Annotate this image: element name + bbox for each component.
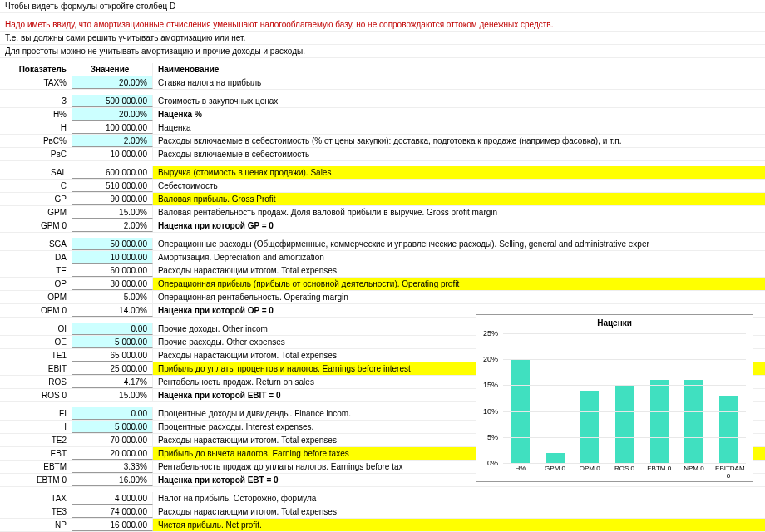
table-row: РвС10 000.00Расходы включаемые в себесто… (0, 148, 765, 161)
y-tick: 25% (483, 329, 498, 337)
row-value[interactable]: 4 000.00 (72, 492, 153, 505)
row-value[interactable]: 510 000.00 (72, 180, 153, 192)
row-label: Расходы включаемые в себестоимость (153, 148, 765, 160)
row-value[interactable]: 100 000.00 (72, 121, 153, 134)
table-row: OP30 000.00Операционная прибыль (прибыль… (0, 278, 765, 291)
row-label: Стоимость в закупочных ценах (153, 95, 765, 107)
row-indicator: ROS 0 (0, 389, 72, 401)
row-value[interactable]: 5 000.00 (72, 336, 153, 348)
row-value[interactable]: 15.00% (72, 206, 153, 219)
row-value[interactable]: 3.33% (72, 461, 153, 473)
row-label: Операционная рентабельность. Operating m… (153, 291, 765, 303)
row-indicator: EBIT (0, 362, 72, 375)
row-label: Расходы нарастающим итогом. Total expens… (153, 264, 765, 277)
row-indicator: РвС (0, 148, 72, 160)
row-value[interactable]: 0.00 (72, 323, 153, 335)
row-indicator: Н (0, 121, 72, 134)
table-row: TE374 000.00Расходы нарастающим итогом. … (0, 505, 765, 519)
row-label: Выручка (стоимость в ценах продажи). Sal… (153, 166, 765, 179)
x-tick: ROS 0 (611, 465, 638, 481)
x-tick: GPM 0 (542, 465, 569, 481)
row-indicator: EBTM (0, 461, 72, 473)
intro-line: Надо иметь ввиду, что амортизационные от… (0, 18, 765, 32)
table-row: NP16 000.00Чистая прибыль. Net profit. (0, 519, 765, 532)
markup-chart: Наценки 0%5%10%15%20%25% Н%GPM 0OPM 0ROS… (476, 314, 753, 482)
row-value[interactable]: 20.00% (72, 76, 153, 89)
table-row: Н%20.00%Наценка % (0, 108, 765, 121)
row-indicator: TE3 (0, 505, 72, 518)
row-value[interactable]: 74 000.00 (72, 505, 153, 518)
row-value[interactable]: 20 000.00 (72, 447, 153, 460)
row-value[interactable]: 70 000.00 (72, 434, 153, 446)
row-value[interactable]: 0.00 (72, 407, 153, 420)
y-tick: 0% (487, 459, 498, 467)
row-indicator: З (0, 95, 72, 107)
row-value[interactable]: 5 000.00 (72, 421, 153, 433)
x-tick: NPM 0 (680, 465, 707, 481)
row-indicator: DA (0, 251, 72, 264)
y-tick: 15% (483, 381, 498, 389)
row-indicator: OI (0, 323, 72, 335)
row-value[interactable]: 500 000.00 (72, 95, 153, 107)
row-value[interactable]: 10 000.00 (72, 251, 153, 264)
chart-bar (650, 380, 669, 463)
row-label: Чистая прибыль. Net profit. (153, 519, 765, 531)
table-row: З500 000.00Стоимость в закупочных ценах (0, 95, 765, 108)
chart-bar (546, 453, 565, 463)
row-value[interactable]: 25 000.00 (72, 362, 153, 375)
y-tick: 5% (487, 433, 498, 441)
row-indicator: TE (0, 264, 72, 277)
row-value[interactable]: 50 000.00 (72, 238, 153, 250)
chart-title: Наценки (476, 315, 753, 331)
table-row: TAX4 000.00Налог на прибыль. Осторожно, … (0, 492, 765, 505)
row-indicator: OE (0, 336, 72, 348)
row-label: Наценка (153, 121, 765, 134)
table-row: OPM5.00%Операционная рентабельность. Ope… (0, 291, 765, 304)
row-indicator: Н% (0, 108, 72, 121)
chart-bar (580, 391, 599, 463)
row-label: Ставка налога на прибыль (153, 76, 765, 89)
row-value[interactable]: 600 000.00 (72, 166, 153, 179)
row-indicator: TE1 (0, 349, 72, 362)
row-indicator: OPM 0 (0, 304, 72, 317)
row-label: Наценка % (153, 108, 765, 121)
table-row: РвС%2.00%Расходы включаемые в себестоимо… (0, 135, 765, 148)
table-row: DA10 000.00Амортизация. Depreciation and… (0, 251, 765, 264)
row-value[interactable]: 2.00% (72, 219, 153, 232)
row-label: Расходы включаемые в себестоимость (% от… (153, 135, 765, 147)
row-indicator: OPM (0, 291, 72, 303)
row-indicator: EBTM 0 (0, 474, 72, 486)
row-value[interactable]: 30 000.00 (72, 278, 153, 290)
row-value[interactable]: 5.00% (72, 291, 153, 303)
row-label: Себестоимость (153, 180, 765, 192)
table-row: GPM 02.00%Наценка при которой GP = 0 (0, 219, 765, 233)
row-value[interactable]: 14.00% (72, 304, 153, 317)
row-value[interactable]: 10 000.00 (72, 148, 153, 160)
row-label: Расходы нарастающим итогом. Total expens… (153, 505, 765, 518)
row-value[interactable]: 60 000.00 (72, 264, 153, 277)
row-indicator: РвС% (0, 135, 72, 147)
table-header: Показатель Значение Наименование (0, 63, 765, 76)
x-tick: EBTM 0 (646, 465, 673, 481)
row-value[interactable]: 2.00% (72, 135, 153, 147)
row-value[interactable]: 20.00% (72, 108, 153, 121)
intro-line: Чтобы видеть формулы откройте столбец D (0, 0, 765, 13)
row-indicator: TAX% (0, 76, 72, 89)
table-row: SAL600 000.00Выручка (стоимость в ценах … (0, 166, 765, 180)
row-value[interactable]: 16 000.00 (72, 519, 153, 531)
header-name: Наименование (153, 63, 765, 76)
table-row: TE60 000.00Расходы нарастающим итогом. T… (0, 264, 765, 278)
table-row: SGA50 000.00Операционные расходы (Общефи… (0, 238, 765, 251)
table-row: GPM15.00%Валовая рентабельность продаж. … (0, 206, 765, 219)
chart-bar (684, 380, 703, 463)
row-label: Амортизация. Depreciation and amortizati… (153, 251, 765, 264)
y-tick: 10% (483, 407, 498, 416)
row-value[interactable]: 90 000.00 (72, 193, 153, 205)
row-value[interactable]: 4.17% (72, 376, 153, 388)
row-value[interactable]: 65 000.00 (72, 349, 153, 362)
row-value[interactable]: 16.00% (72, 474, 153, 486)
table-row: GP90 000.00Валовая прибыль. Gross Profit (0, 193, 765, 206)
row-label: Наценка при которой GP = 0 (153, 219, 765, 232)
row-indicator: GPM (0, 206, 72, 219)
row-value[interactable]: 15.00% (72, 389, 153, 401)
